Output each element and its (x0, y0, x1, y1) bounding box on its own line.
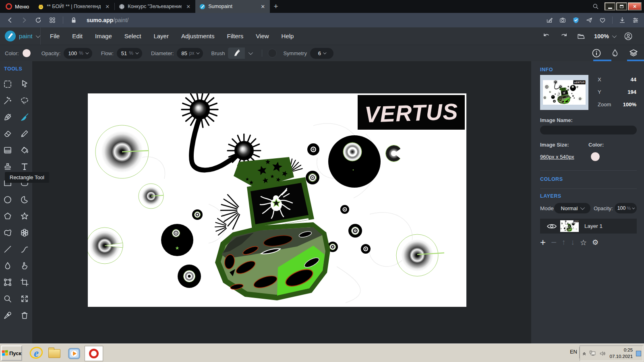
zoom-control[interactable]: 100% (594, 33, 615, 39)
brush-preview-dropdown[interactable] (228, 48, 255, 59)
tool-eraser[interactable] (0, 125, 16, 142)
tool-fullscreen[interactable] (16, 290, 33, 307)
tool-symmetry-flower[interactable] (16, 224, 33, 241)
tool-trash[interactable] (16, 307, 33, 323)
close-window-button[interactable]: ✕ (628, 2, 642, 10)
water-toggle-icon[interactable] (610, 48, 620, 58)
symmetry-dropdown[interactable]: 6 (310, 48, 333, 59)
move-layer-up-button[interactable]: ↑ (562, 238, 566, 247)
tab-close-icon[interactable]: ✕ (259, 4, 267, 10)
eye-icon[interactable] (547, 223, 557, 230)
new-tab-button[interactable]: + (270, 0, 282, 13)
info-toggle-icon[interactable] (592, 48, 601, 58)
add-layer-button[interactable]: + (540, 237, 546, 248)
move-layer-down-button[interactable]: ↓ (571, 238, 575, 247)
tool-polygon[interactable] (0, 208, 16, 224)
tool-crop[interactable] (16, 274, 33, 290)
flow-dropdown[interactable]: 51% (117, 48, 142, 59)
tool-custom-shape[interactable] (0, 224, 16, 241)
minimize-button[interactable] (605, 2, 615, 10)
redo-icon[interactable] (559, 32, 568, 41)
tool-pie[interactable] (16, 191, 33, 208)
back-icon[interactable] (6, 17, 14, 24)
tool-zoom[interactable] (0, 290, 16, 307)
account-icon[interactable] (624, 32, 633, 41)
start-button[interactable]: Пуск (1, 345, 22, 361)
snapshot-camera-icon[interactable] (559, 17, 566, 24)
tool-transform[interactable] (0, 274, 16, 290)
forward-icon[interactable] (21, 17, 28, 24)
open-file-folder-icon[interactable] (577, 32, 586, 41)
layers-toggle-icon[interactable] (629, 48, 638, 58)
layer-row[interactable]: Layer 1 (540, 219, 637, 234)
tool-eyedropper[interactable] (0, 307, 16, 323)
vpn-shield-icon[interactable] (572, 17, 580, 24)
taskbar-media-player-icon[interactable] (68, 347, 81, 360)
browser-tab-1[interactable]: ** БОЙ! ** | Покелегенда - ✕ (34, 0, 114, 13)
sidebar-settings-icon[interactable] (632, 17, 639, 24)
tool-marquee-select[interactable] (0, 76, 16, 92)
undo-icon[interactable] (542, 32, 551, 41)
symmetry-origin-swatch[interactable] (268, 49, 277, 58)
menu-help[interactable]: Help (282, 33, 294, 39)
tray-volume-icon[interactable] (599, 350, 606, 358)
url-text[interactable]: sumo.app/paint/ (87, 17, 128, 23)
menu-image[interactable]: Image (95, 33, 112, 39)
tool-paint-bucket[interactable] (16, 142, 33, 158)
show-desktop-icon[interactable] (636, 351, 641, 356)
tray-expand-icon[interactable] (582, 351, 586, 356)
maximize-button[interactable] (616, 2, 627, 10)
tool-blur-drop[interactable] (0, 257, 16, 274)
tool-line[interactable] (0, 241, 16, 257)
tool-brush[interactable] (16, 109, 33, 125)
tool-gradient[interactable] (0, 142, 16, 158)
tab-close-icon[interactable]: ✕ (184, 4, 192, 10)
tool-pencil[interactable] (16, 125, 33, 142)
menu-layer[interactable]: Layer (153, 33, 169, 39)
search-icon[interactable] (592, 3, 599, 10)
edit-pin-icon[interactable] (546, 17, 553, 24)
paint-canvas[interactable]: VERTUS (88, 93, 466, 307)
taskbar-file-explorer-icon[interactable] (48, 349, 60, 358)
menu-filters[interactable]: Filters (227, 33, 244, 39)
speed-dial-icon[interactable] (49, 17, 56, 24)
tool-pen[interactable] (0, 109, 16, 125)
browser-menu-button[interactable]: Меню (0, 0, 34, 13)
tool-lasso[interactable] (16, 92, 33, 109)
browser-tab-2[interactable]: Конкурс "Зельеварение" - П ✕ (115, 0, 195, 13)
panel-color-swatch[interactable] (590, 152, 600, 161)
diameter-dropdown[interactable]: 85px (177, 48, 203, 59)
menu-view[interactable]: View (256, 33, 269, 39)
tray-network-icon[interactable] (589, 350, 596, 358)
tool-smudge-finger[interactable] (16, 257, 33, 274)
menu-file[interactable]: File (50, 33, 60, 39)
image-name-input[interactable] (540, 126, 637, 134)
blend-mode-dropdown[interactable]: Normal (554, 203, 590, 213)
download-icon[interactable] (619, 17, 626, 24)
tool-star[interactable] (16, 208, 33, 224)
remove-layer-button[interactable]: − (551, 237, 557, 248)
reload-icon[interactable] (35, 17, 42, 24)
menu-adjustments[interactable]: Adjustments (181, 33, 215, 39)
tool-ellipse[interactable] (0, 191, 16, 208)
tool-move-arrow[interactable] (16, 76, 33, 92)
tab-close-icon[interactable]: ✕ (104, 4, 111, 10)
opacity-dropdown[interactable]: 100% (64, 48, 92, 59)
favorite-layer-button[interactable]: ☆ (580, 238, 587, 247)
layer-settings-button[interactable]: ⚙ (592, 238, 598, 247)
tray-language[interactable]: EN (570, 349, 577, 355)
send-icon[interactable] (586, 17, 593, 24)
browser-tab-3-active[interactable]: Sumopaint ✕ (195, 0, 270, 13)
lock-icon[interactable] (70, 17, 77, 24)
tray-clock[interactable]: 0:25 07.10.2021 (610, 347, 633, 360)
menu-edit[interactable]: Edit (72, 33, 83, 39)
app-logo-block[interactable]: paint (0, 27, 41, 45)
color-swatch[interactable] (22, 49, 31, 58)
image-size-link[interactable]: 960px x 540px (540, 154, 574, 160)
menu-select[interactable]: Select (124, 33, 141, 39)
tool-curve[interactable] (16, 241, 33, 257)
taskbar-opera-icon-active[interactable] (85, 346, 103, 361)
taskbar-internet-explorer-icon[interactable]: e (29, 346, 43, 360)
bookmark-heart-icon[interactable] (599, 17, 606, 24)
layer-opacity-dropdown[interactable]: 100% (615, 203, 637, 213)
